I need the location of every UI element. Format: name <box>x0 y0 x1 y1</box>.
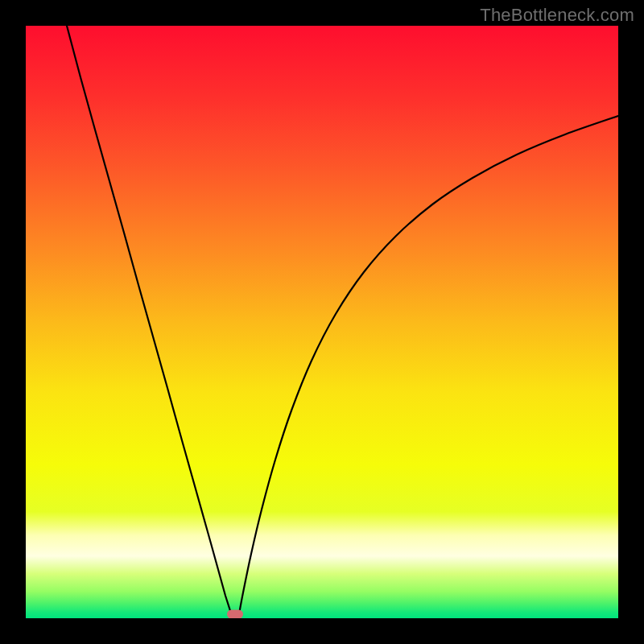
watermark-text: TheBottleneck.com <box>480 5 634 26</box>
chart-frame: TheBottleneck.com <box>0 0 644 644</box>
bottleneck-curve <box>26 26 618 618</box>
optimum-marker <box>227 610 243 619</box>
curve-right-branch <box>238 116 618 618</box>
plot-area <box>26 26 618 618</box>
curve-left-branch <box>67 26 233 618</box>
